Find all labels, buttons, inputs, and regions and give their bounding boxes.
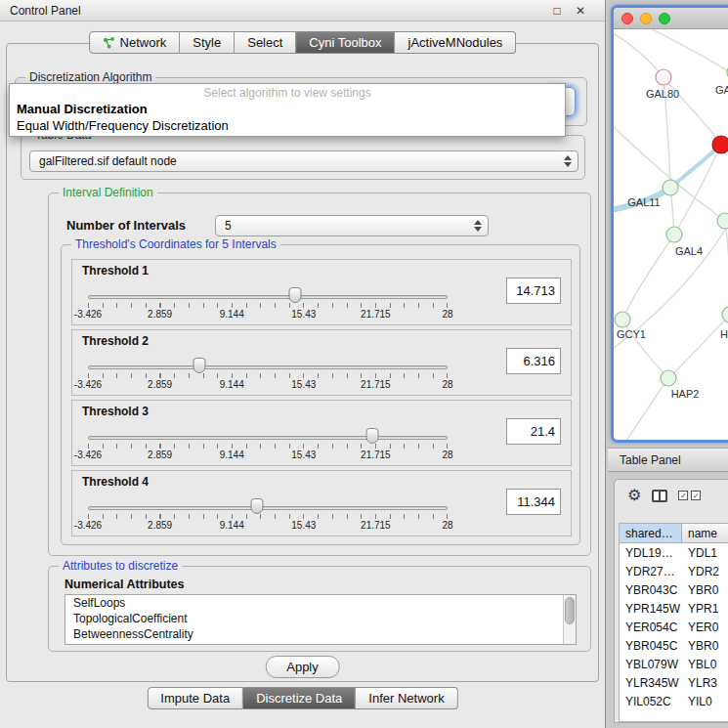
threshold-value-input[interactable]: 11.344 <box>506 489 561 515</box>
table-cell: YBL0 <box>682 658 728 671</box>
network-node[interactable] <box>717 213 728 229</box>
slider-ticks <box>88 303 448 308</box>
columns-icon[interactable] <box>652 490 667 502</box>
tab-network[interactable]: Network <box>89 31 181 54</box>
threshold-label: Threshold 2 <box>82 334 149 348</box>
threshold-panel: Threshold 1 -3.4262.8599.14415.4321.7152… <box>71 259 572 325</box>
table-row[interactable]: YDR27…YDR2 <box>620 562 728 580</box>
interval-definition-group: Interval Definition Number of Intervals … <box>48 193 591 556</box>
screen: Control Panel □ ✕ Network Style Select C… <box>0 0 728 728</box>
tick-label: 21.715 <box>361 450 391 460</box>
tab-select[interactable]: Select <box>235 31 296 54</box>
threshold-slider[interactable]: -3.4262.8599.14415.4321.71528 <box>88 356 448 395</box>
table-data-select[interactable]: galFiltered.sif default node <box>29 150 578 172</box>
column-header-name[interactable]: name <box>682 524 728 543</box>
table-toolbar: ⚙ ✓ ✓ <box>615 480 728 511</box>
tick-label: 9.144 <box>220 309 244 320</box>
network-node[interactable] <box>661 370 676 386</box>
table-cell: YER054C <box>620 621 682 634</box>
network-icon <box>103 37 115 49</box>
num-intervals-select[interactable]: 5 <box>215 215 489 236</box>
minimize-button[interactable] <box>640 13 652 24</box>
slider-thumb[interactable] <box>193 358 206 373</box>
table-cell: YDL19… <box>620 546 682 560</box>
tick-label: 9.144 <box>220 379 244 390</box>
threshold-value-input[interactable]: 6.316 <box>506 348 561 374</box>
float-window-icon[interactable]: □ <box>550 4 564 18</box>
node-label: HAP2 <box>671 388 700 400</box>
tick-label: 28 <box>442 450 452 460</box>
list-item[interactable]: BetweennessCentrality <box>65 626 576 642</box>
slider-track <box>88 506 448 510</box>
list-item[interactable]: SelfLoops <box>65 595 576 611</box>
close-icon[interactable]: ✕ <box>574 4 587 18</box>
group-title: Discretization Algorithm <box>25 70 155 84</box>
tab-cyni-toolbox[interactable]: Cyni Toolbox <box>296 31 395 54</box>
threshold-slider[interactable]: -3.4262.8599.14415.4321.71528 <box>88 496 448 535</box>
tab-impute-data[interactable]: Impute Data <box>147 687 243 709</box>
network-node[interactable] <box>666 227 682 242</box>
threshold-value-input[interactable]: 14.713 <box>506 278 561 304</box>
select-columns-icons: ✓ ✓ <box>678 491 701 500</box>
threshold-label: Threshold 1 <box>82 264 149 278</box>
network-node[interactable] <box>722 307 728 322</box>
network-window-titlebar <box>614 8 728 29</box>
checkbox-icon[interactable]: ✓ <box>678 491 688 500</box>
tab-style[interactable]: Style <box>180 31 235 54</box>
tick-label: 21.715 <box>361 309 391 320</box>
node-label: GA <box>715 84 728 96</box>
list-scrollbar[interactable] <box>563 595 576 644</box>
table-row[interactable]: YIL052CYIL0 <box>620 692 728 710</box>
slider-thumb[interactable] <box>250 498 263 514</box>
threshold-panel: Threshold 2 -3.4262.8599.14415.4321.7152… <box>71 329 572 396</box>
checkbox-icon[interactable]: ✓ <box>691 491 701 500</box>
table-row[interactable]: YPR145WYPR1 <box>620 599 728 618</box>
table-row[interactable]: YBR043CYBR0 <box>620 580 728 599</box>
network-node[interactable] <box>615 312 630 327</box>
list-item[interactable]: TopologicalCoefficient <box>65 611 576 626</box>
dropdown-placeholder-item: Select algorithm to view settings <box>10 84 565 101</box>
tab-jactivemnodules[interactable]: jActiveMNodules <box>396 31 517 54</box>
network-node[interactable] <box>656 69 671 85</box>
node-label: H <box>720 328 728 340</box>
slider-track <box>88 295 448 299</box>
tick-label: 21.715 <box>361 520 391 531</box>
threshold-label: Threshold 4 <box>82 475 149 489</box>
network-node[interactable] <box>663 180 678 195</box>
table-cell: YBL079W <box>620 658 682 671</box>
tab-discretize-data[interactable]: Discretize Data <box>243 687 356 709</box>
table-row[interactable]: YDL19…YDL1 <box>620 543 728 562</box>
zoom-button[interactable] <box>659 13 670 24</box>
threshold-slider[interactable]: -3.4262.8599.14415.4321.71528 <box>88 426 448 465</box>
dropdown-item-equal-width-frequency[interactable]: Equal Width/Frequency Discretization <box>10 117 565 134</box>
threshold-value-input[interactable]: 21.4 <box>506 418 561 445</box>
tab-infer-network[interactable]: Infer Network <box>356 687 457 709</box>
table-cell: YDR27… <box>620 565 682 578</box>
slider-thumb[interactable] <box>289 287 302 303</box>
tab-label: Select <box>247 35 282 50</box>
threshold-slider[interactable]: -3.4262.8599.14415.4321.71528 <box>88 285 448 324</box>
gear-icon[interactable]: ⚙ <box>627 488 641 503</box>
network-canvas[interactable]: GAL80GAGAL11GAL4GCY1HHAP2 <box>614 29 728 440</box>
table-row[interactable]: YER054CYER0 <box>620 618 728 636</box>
table-cell: YBR045C <box>620 639 682 653</box>
close-button[interactable] <box>621 13 633 24</box>
dropdown-item-manual-discretization[interactable]: Manual Discretization <box>10 101 565 117</box>
table-row[interactable]: YBR045CYBR0 <box>620 636 728 655</box>
numerical-attributes-label: Numerical Attributes <box>64 578 184 591</box>
tab-label: Discretize Data <box>256 691 342 706</box>
slider-track <box>88 436 448 440</box>
table-row[interactable]: YLR345WYLR3 <box>620 673 728 692</box>
network-node[interactable] <box>712 136 728 153</box>
tick-label: -3.426 <box>74 379 102 390</box>
apply-button[interactable]: Apply <box>265 656 340 678</box>
table-row[interactable]: YBL079WYBL0 <box>620 655 728 673</box>
tick-label: 2.859 <box>148 379 172 390</box>
group-title: Threshold's Coordinates for 5 Intervals <box>71 237 280 251</box>
num-intervals-value: 5 <box>225 219 232 233</box>
control-panel-window: Control Panel □ ✕ Network Style Select C… <box>0 0 606 728</box>
table-cell: YIL052C <box>620 695 682 708</box>
column-header-shared-name[interactable]: shared… <box>620 524 682 543</box>
scrollbar-thumb[interactable] <box>565 597 575 624</box>
slider-thumb[interactable] <box>365 428 378 444</box>
